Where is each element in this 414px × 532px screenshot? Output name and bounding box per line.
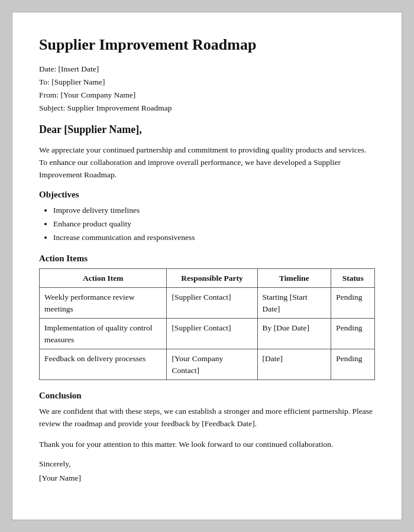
timeline-cell: [Date] — [257, 349, 331, 380]
list-item: Improve delivery timelines — [53, 205, 375, 216]
objectives-heading: Objectives — [39, 190, 375, 200]
table-row: Implementation of quality control measur… — [40, 319, 375, 349]
timeline-cell: Starting [Start Date] — [257, 288, 331, 319]
timeline-cell: By [Due Date] — [257, 319, 331, 349]
document: Supplier Improvement Roadmap Date: [Inse… — [12, 12, 402, 520]
col-header-responsible: Responsible Party — [167, 268, 257, 288]
col-header-action: Action Item — [40, 268, 167, 288]
responsible-cell: [Supplier Contact] — [167, 319, 257, 349]
conclusion-section: Conclusion We are confident that with th… — [39, 391, 375, 483]
col-header-timeline: Timeline — [257, 268, 331, 288]
responsible-cell: [Supplier Contact] — [167, 288, 257, 319]
table-header-row: Action Item Responsible Party Timeline S… — [40, 268, 375, 288]
status-cell: Pending — [331, 319, 375, 349]
status-cell: Pending — [331, 288, 375, 319]
action-items-table: Action Item Responsible Party Timeline S… — [39, 268, 375, 381]
conclusion-text-1: We are confident that with these steps, … — [39, 406, 375, 430]
action-cell: Feedback on delivery processes — [40, 349, 167, 380]
col-header-status: Status — [331, 268, 375, 288]
conclusion-text-2: Thank you for your attention to this mat… — [39, 439, 375, 451]
responsible-cell: [Your Company Contact] — [167, 349, 257, 380]
list-item: Increase communication and responsivenes… — [53, 232, 375, 244]
table-row: Weekly performance review meetings [Supp… — [40, 288, 375, 319]
objectives-list: Improve delivery timelines Enhance produ… — [53, 205, 375, 244]
sincerely-line: Sincerely, — [39, 459, 375, 469]
action-cell: Implementation of quality control measur… — [40, 319, 167, 349]
intro-text: We appreciate your continued partnership… — [39, 144, 375, 181]
status-cell: Pending — [331, 349, 375, 380]
from-line: From: [Your Company Name] — [39, 90, 375, 100]
table-row: Feedback on delivery processes [Your Com… — [40, 349, 375, 380]
document-title: Supplier Improvement Roadmap — [39, 36, 375, 54]
subject-line: Subject: Supplier Improvement Roadmap — [39, 103, 375, 113]
your-name-line: [Your Name] — [39, 473, 375, 483]
action-cell: Weekly performance review meetings — [40, 288, 167, 319]
greeting: Dear [Supplier Name], — [39, 124, 375, 136]
action-items-section: Action Items Action Item Responsible Par… — [39, 254, 375, 381]
list-item: Enhance product quality — [53, 218, 375, 230]
date-line: Date: [Insert Date] — [39, 64, 375, 74]
action-items-heading: Action Items — [39, 254, 375, 264]
conclusion-heading: Conclusion — [39, 391, 375, 401]
to-line: To: [Supplier Name] — [39, 77, 375, 87]
